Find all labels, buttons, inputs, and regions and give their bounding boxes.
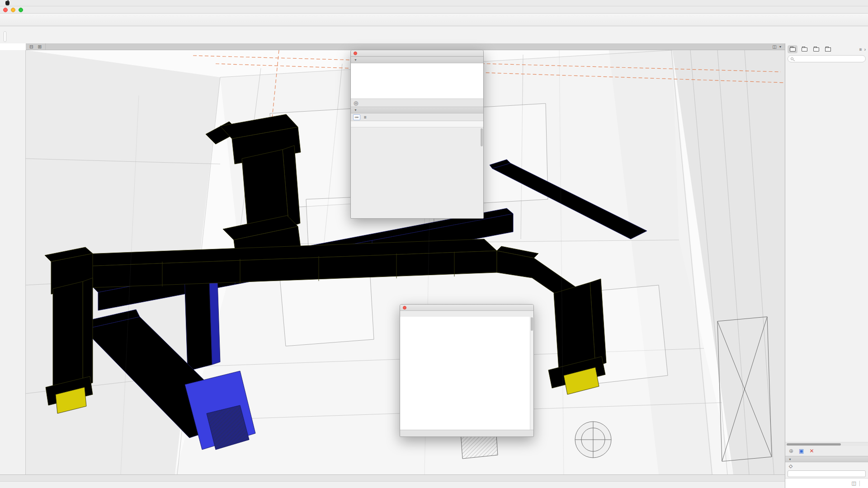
main-toolbar [0,14,868,26]
delete-icon[interactable]: ✕ [809,448,814,454]
quad-view-icon[interactable]: ⊞ [38,44,41,49]
collapse-arrow-icon: ▼ [354,108,357,112]
properties-section-header[interactable]: ▼ [785,456,868,462]
navigator-footer-icons: ⊕ ▣ ✕ [785,446,868,456]
elements-section-header[interactable]: ▼ [351,107,483,113]
system-section-header[interactable]: ▼ [351,56,483,63]
optimizer-filler [400,317,533,430]
duct-system-icon[interactable]: ◎ [354,100,358,106]
3d-view-icon: ◇ [789,463,793,469]
system-list [351,63,483,99]
navigator-search [785,55,868,64]
mini-toolbar [4,31,6,42]
collapse-arrow-icon: ▼ [788,458,792,461]
scrollbar[interactable] [530,317,533,430]
window-icon[interactable]: ◫ [852,480,856,486]
project-map-tree [785,64,868,442]
tab-overview-icon[interactable]: ⊟ [29,44,33,49]
mep-system-browser-panel: ▼ ◎ ▼ ≔ ≡ [350,50,484,219]
close-icon[interactable] [354,52,357,55]
elements-view-toggles: ≔ ≡ [351,113,483,121]
current-view-row: ◇ [785,462,868,469]
minimize-window-button[interactable] [11,8,15,12]
project-navigator: ≡ › ⊕ ▣ ✕ ▼ ◇ ◫ [785,43,868,488]
search-icon [791,57,793,60]
mep-icon-strip: ◎ [351,99,483,107]
duct-size-optimizer-panel [400,304,534,437]
search-field[interactable] [788,55,866,62]
expand-navigator-icon[interactable]: › [864,47,866,52]
list-view-toggle[interactable]: ≡ [362,114,369,120]
navigator-menu-icon[interactable]: ≡ [859,47,862,52]
toolbox-palette [0,50,26,474]
zoom-window-button[interactable] [19,8,23,12]
new-view-icon[interactable]: ▣ [799,448,804,454]
view-settings-button[interactable] [788,470,866,477]
close-icon[interactable] [403,306,406,310]
search-input[interactable] [795,56,863,61]
navigator-tabs: ≡ › [785,43,868,55]
resize-button[interactable] [400,430,533,436]
apple-menu-icon[interactable] [5,1,9,5]
main-row [0,26,868,43]
tab-bar: ⊟ ⊞ ◫ ▾ [26,43,785,50]
layout-book-tab[interactable] [811,45,821,53]
quick-options-bar [0,474,785,481]
menu-bar [0,0,868,6]
optimizer-title-bar[interactable] [400,305,533,311]
view-settings-icon[interactable]: ◫ [773,44,777,49]
project-map-tab[interactable] [788,45,797,53]
horizontal-scrollbar[interactable] [785,442,868,446]
chevron-down-icon[interactable]: ▾ [779,45,781,49]
locate-view-icon[interactable]: ⊕ [789,448,793,454]
close-window-button[interactable] [3,8,8,12]
tree-view-toggle[interactable]: ≔ [353,114,360,120]
tabbar-left-icons: ⊟ ⊞ [26,43,46,50]
publisher-tab[interactable] [823,45,833,53]
tabbar-right-icons: ◫ ▾ [773,43,785,50]
window-title-bar [0,6,868,14]
optimizer-status [400,311,533,317]
mep-panel-title-bar[interactable] [351,50,483,56]
elements-column-header [351,121,483,127]
view-map-tab[interactable] [799,45,809,53]
graphisoft-brand: ◫ [785,478,868,488]
collapse-arrow-icon: ▼ [354,58,357,61]
status-bar [0,481,785,488]
